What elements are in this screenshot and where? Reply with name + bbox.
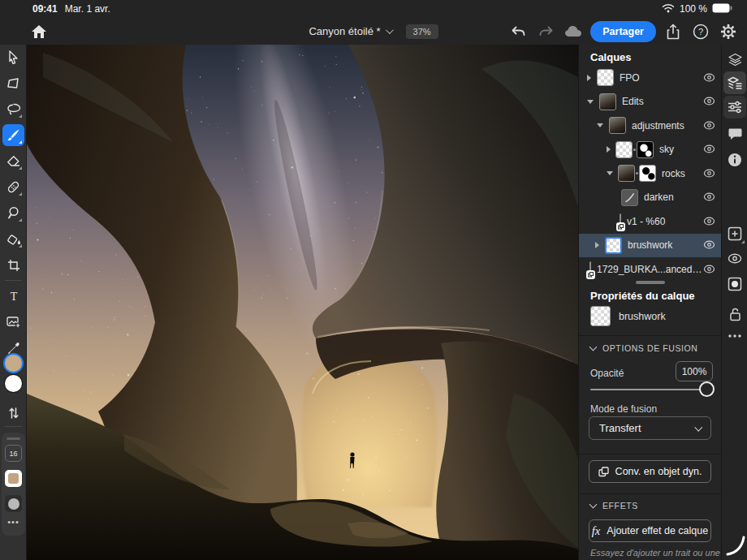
- opacity-value-field[interactable]: 100%: [676, 361, 713, 381]
- curves-adjustment-thumbnail[interactable]: [621, 189, 638, 206]
- layer-mask-thumbnail[interactable]: [639, 165, 656, 182]
- layer-row-fpo[interactable]: FPO: [579, 66, 722, 90]
- brush-shape-preview[interactable]: [5, 495, 22, 512]
- layer-row-v1[interactable]: v1 - %60: [579, 209, 722, 234]
- undo-button[interactable]: [507, 21, 529, 42]
- layer-properties-title: Propriétés du calque: [590, 290, 695, 302]
- visibility-eye-icon[interactable]: [703, 238, 715, 252]
- status-date: Mar. 1 avr.: [65, 3, 110, 15]
- move-tool[interactable]: [2, 46, 24, 68]
- layer-thumbnail[interactable]: [597, 69, 614, 86]
- layer-row-sky[interactable]: sky: [579, 138, 722, 162]
- adjustments-icon[interactable]: [723, 96, 746, 118]
- help-icon[interactable]: ?: [690, 21, 711, 42]
- layers-icon[interactable]: [723, 48, 746, 71]
- more-options-icon[interactable]: [723, 325, 746, 347]
- visibility-eye-icon[interactable]: [703, 118, 715, 133]
- blend-mode-dropdown[interactable]: Transfert: [589, 416, 711, 440]
- visibility-eye-icon[interactable]: [703, 142, 715, 157]
- layer-thumbnail[interactable]: [615, 141, 633, 158]
- transform-tool[interactable]: [2, 72, 24, 94]
- add-layer-effect-button[interactable]: fx Ajouter effet de calque: [589, 519, 711, 542]
- battery-percent: 100 %: [680, 3, 707, 15]
- redo-button[interactable]: [535, 21, 556, 42]
- layer-row-darken[interactable]: darken: [579, 186, 722, 210]
- layer-row-rocks[interactable]: rocks: [579, 162, 722, 186]
- smart-object-icon: [598, 467, 609, 477]
- visibility-eye-icon[interactable]: [703, 262, 715, 277]
- disclosure-closed-icon[interactable]: [595, 242, 599, 248]
- properties-layer-thumbnail: [590, 306, 611, 326]
- swap-colors-button[interactable]: [2, 402, 24, 424]
- properties-layer-name: brushwork: [619, 311, 666, 322]
- layers-panel-resize-handle[interactable]: [636, 281, 665, 284]
- layer-mask-thumbnail[interactable]: [637, 141, 654, 158]
- layer-thumbnail[interactable]: [609, 117, 626, 134]
- disclosure-open-icon[interactable]: [597, 123, 603, 127]
- info-icon[interactable]: [723, 149, 746, 171]
- disclosure-closed-icon[interactable]: [607, 146, 611, 153]
- foreground-color-swatch[interactable]: [5, 355, 22, 372]
- fill-tool[interactable]: [2, 228, 24, 250]
- visibility-eye-icon[interactable]: [703, 190, 715, 205]
- healing-brush-tool[interactable]: [2, 176, 24, 198]
- disclosure-open-icon[interactable]: [587, 100, 594, 104]
- settings-gear-icon[interactable]: [718, 21, 739, 42]
- visibility-eye-icon[interactable]: [703, 94, 715, 109]
- eraser-tool[interactable]: [2, 150, 24, 172]
- comments-icon[interactable]: [723, 123, 746, 145]
- layer-row-1729-burka[interactable]: 1729_BURKA...anced-NR33: [579, 257, 722, 282]
- brush-more-options-button[interactable]: •••: [2, 517, 25, 527]
- visibility-icon[interactable]: [723, 247, 746, 269]
- lasso-tool[interactable]: [2, 98, 24, 120]
- layers-panel: Calques FPO Edits adjustments: [578, 45, 721, 560]
- crop-tool[interactable]: [2, 254, 24, 276]
- visibility-eye-icon[interactable]: [703, 214, 715, 229]
- brush-size-field[interactable]: 16: [5, 445, 22, 462]
- visibility-eye-icon[interactable]: [703, 166, 715, 181]
- fx-icon: fx: [592, 524, 600, 538]
- export-icon[interactable]: [663, 21, 684, 42]
- mask-icon[interactable]: [723, 273, 746, 295]
- layer-row-adjustments[interactable]: adjustments: [579, 114, 722, 138]
- lock-icon[interactable]: [723, 303, 746, 325]
- background-color-swatch[interactable]: [5, 375, 22, 392]
- convert-smart-object-button[interactable]: Conv. en objet dyn.: [589, 460, 711, 483]
- opacity-slider-track[interactable]: [590, 389, 702, 390]
- disclosure-closed-icon[interactable]: [587, 75, 591, 81]
- disclosure-open-icon[interactable]: [607, 171, 613, 175]
- layer-row-brushwork-selected[interactable]: brushwork: [579, 234, 722, 258]
- clone-stamp-tool[interactable]: [2, 202, 24, 224]
- selected-layer-thumbnail[interactable]: [605, 237, 622, 254]
- title-chevron-down-icon[interactable]: [386, 26, 394, 34]
- effects-header[interactable]: EFFETS: [590, 501, 638, 510]
- brush-options-subpanel: 16 •••: [2, 433, 25, 536]
- status-bar: 09:41 Mar. 1 avr. 100 %: [0, 0, 747, 18]
- chevron-down-icon: [694, 424, 702, 432]
- layer-thumbnail[interactable]: [618, 165, 635, 182]
- layer-thumbnail[interactable]: [599, 93, 616, 110]
- document-canvas[interactable]: [27, 45, 578, 560]
- add-layer-icon[interactable]: [723, 222, 746, 245]
- brush-tip-preview[interactable]: [5, 470, 22, 487]
- titlebar: Canyon étoilé * 37% Partager: [0, 18, 747, 45]
- cloud-sync-icon[interactable]: [563, 21, 584, 42]
- home-button[interactable]: [29, 22, 49, 41]
- type-tool[interactable]: T: [2, 285, 24, 307]
- share-button[interactable]: Partager: [590, 21, 656, 42]
- corner-resize-handle[interactable]: [725, 533, 746, 559]
- taskbar-strip: [721, 45, 747, 560]
- visibility-eye-icon[interactable]: [703, 71, 715, 85]
- chevron-down-icon: [589, 343, 598, 351]
- layer-properties-icon[interactable]: [723, 71, 746, 94]
- layer-row-edits[interactable]: Edits: [579, 90, 722, 114]
- photoshop-ipad-app: 09:41 Mar. 1 avr. 100 % Canyon étoilé * …: [0, 0, 747, 560]
- brush-tool[interactable]: [2, 124, 24, 146]
- blend-options-header[interactable]: OPTIONS DE FUSION: [590, 343, 698, 353]
- document-title[interactable]: Canyon étoilé *: [309, 25, 380, 37]
- zoom-level-badge[interactable]: 37%: [406, 24, 438, 39]
- opacity-slider-handle[interactable]: [699, 381, 715, 397]
- smart-object-badge-icon: [586, 270, 595, 279]
- place-image-tool[interactable]: [2, 311, 24, 333]
- subpanel-drag-handle[interactable]: [6, 437, 20, 440]
